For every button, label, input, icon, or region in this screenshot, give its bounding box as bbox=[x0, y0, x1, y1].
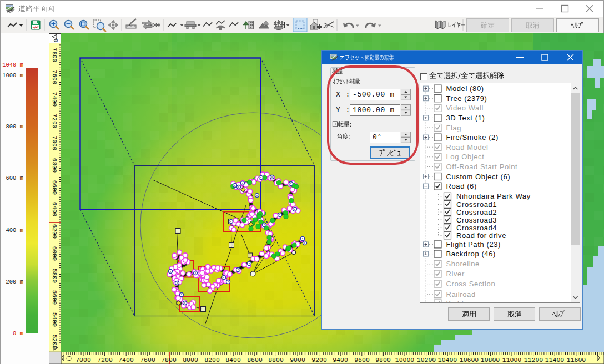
svg-text:Shoreline: Shoreline bbox=[446, 260, 480, 268]
svg-text:Road (6): Road (6) bbox=[446, 182, 477, 190]
svg-text:Tree (2379): Tree (2379) bbox=[446, 94, 487, 103]
svg-text:Custom Object (6): Custom Object (6) bbox=[446, 173, 511, 181]
svg-text:Backdrop (46): Backdrop (46) bbox=[446, 250, 496, 258]
svg-text:7000: 7000 bbox=[51, 136, 58, 150]
svg-text:6800: 6800 bbox=[51, 158, 58, 173]
svg-text:7800: 7800 bbox=[51, 48, 58, 62]
svg-text:7600: 7600 bbox=[51, 70, 58, 84]
svg-text:Crossroad2: Crossroad2 bbox=[456, 208, 497, 216]
svg-text:Flight Path (23): Flight Path (23) bbox=[446, 240, 501, 249]
svg-text:Crossroad1: Crossroad1 bbox=[456, 200, 497, 209]
svg-text:Road for drive: Road for drive bbox=[456, 231, 506, 240]
svg-text:6000: 6000 bbox=[51, 246, 58, 261]
svg-text:Fire/Smoke (2): Fire/Smoke (2) bbox=[446, 133, 499, 141]
svg-text:Video Wall: Video Wall bbox=[446, 104, 484, 112]
svg-text:6600: 6600 bbox=[51, 180, 58, 195]
svg-text:River: River bbox=[446, 270, 465, 278]
svg-text:5800: 5800 bbox=[51, 269, 58, 283]
svg-text:Off-Road Start Point: Off-Road Start Point bbox=[446, 163, 518, 171]
svg-text:7200: 7200 bbox=[51, 114, 58, 128]
svg-text:Railroad: Railroad bbox=[446, 290, 476, 299]
svg-text:Log Object: Log Object bbox=[446, 153, 485, 161]
svg-text:5200: 5200 bbox=[51, 335, 58, 349]
svg-text:6400: 6400 bbox=[51, 202, 58, 216]
svg-text:7400: 7400 bbox=[51, 92, 58, 107]
svg-text:Building: Building bbox=[446, 299, 475, 302]
svg-text:Model (80): Model (80) bbox=[446, 84, 484, 93]
svg-text:3D Text (1): 3D Text (1) bbox=[446, 114, 485, 122]
svg-text:5400: 5400 bbox=[51, 312, 58, 327]
svg-text:Crossroad4: Crossroad4 bbox=[456, 224, 497, 232]
svg-text:Nihondaira Park Way: Nihondaira Park Way bbox=[456, 192, 531, 200]
svg-text:Cross Section: Cross Section bbox=[446, 280, 496, 288]
svg-text:Crossroad3: Crossroad3 bbox=[456, 216, 497, 224]
svg-text:Flag: Flag bbox=[446, 124, 462, 132]
svg-text:6200: 6200 bbox=[51, 224, 58, 239]
svg-text:5600: 5600 bbox=[51, 290, 58, 305]
svg-text:Road Model: Road Model bbox=[446, 143, 489, 151]
